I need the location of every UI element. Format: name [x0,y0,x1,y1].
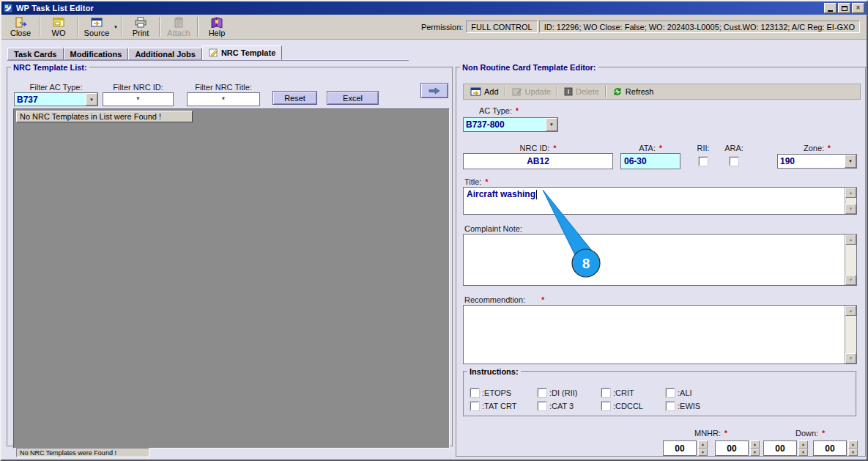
update-button[interactable]: Update [508,85,555,98]
rii-checkbox[interactable] [699,157,708,166]
instructions-title: Instructions: [467,367,521,376]
spin-down-button[interactable]: ▼ [798,449,808,457]
ali-checkbox[interactable] [666,388,675,397]
etops-checkbox[interactable] [470,388,479,397]
filter-ac-type-label: Filter AC Type: [14,83,98,92]
filter-ac-type-combobox[interactable]: B737 ▼ [14,92,98,106]
wo-button[interactable]: WO [43,15,74,38]
filter-nrc-title-input[interactable] [187,92,260,106]
scroll-down-icon: ▼ [849,278,853,282]
mnhr-minutes-spinner[interactable]: 00 ▲▼ [715,440,760,456]
help-button-label: Help [209,29,226,37]
down-label-row: Down:* [763,429,857,438]
di-rii-checkbox[interactable] [538,388,546,397]
minimize-button[interactable] [824,3,837,13]
nrc-template-list[interactable]: No NRC Templates in List were Found ! [13,108,450,449]
print-button[interactable]: Print [125,15,156,38]
source-button[interactable]: Source [81,15,112,38]
checkbox-item-cdccl[interactable]: :CDCCL [601,402,666,410]
checkbox-label: :CRIT [613,388,634,397]
spin-down-button[interactable]: ▼ [698,449,708,457]
help-button[interactable]: Help [201,15,232,38]
filter-ac-type-dropdown-button[interactable]: ▼ [86,93,97,106]
checkbox-item-etops[interactable]: :ETOPS [470,388,538,397]
checkbox-item-cat-3[interactable]: :CAT 3 [538,402,601,410]
down-hours-value[interactable]: 00 [763,440,797,456]
mnhr-hours-spinner[interactable]: 00 ▲▼ [663,440,708,456]
mnhr-minutes-value[interactable]: 00 [715,440,749,456]
checkbox-item-di-rii[interactable]: :DI (RII) [538,388,601,397]
source-window-icon [90,17,103,28]
checkbox-item-tat-crt[interactable]: :TAT CRT [470,402,538,410]
checkbox-label: :EWIS [678,402,700,410]
close-button[interactable]: Close [5,15,36,38]
tab-task-cards[interactable]: Task Cards [7,48,64,60]
scroll-up-button[interactable]: ▲ [845,188,856,198]
tab-modifications[interactable]: Modifications [64,48,129,60]
checkbox-item-ewis[interactable]: :EWIS [666,402,700,410]
scroll-down-button[interactable]: ▼ [845,204,856,214]
tat-crt-checkbox[interactable] [470,402,479,410]
restore-button[interactable] [838,3,850,13]
spin-down-icon: ▼ [753,450,757,454]
crit-checkbox[interactable] [601,388,610,397]
ac-type-combobox[interactable]: B737-800 ▼ [463,117,558,132]
cdccl-checkbox[interactable] [601,402,610,410]
spin-down-button[interactable]: ▼ [848,449,858,457]
ara-checkbox[interactable] [730,157,738,166]
attach-button[interactable]: Attach [163,15,194,38]
required-marker: * [516,107,519,115]
checkbox-label: :ETOPS [482,388,511,397]
delete-button[interactable]: Delete [560,85,604,98]
source-dropdown-caret[interactable]: ▼ [114,25,118,29]
app-icon [3,3,13,13]
reset-button[interactable]: Reset [272,91,317,105]
down-hours-spinner[interactable]: 00 ▲▼ [763,440,808,456]
ewis-checkbox[interactable] [666,402,675,410]
title-label: Title: [464,177,481,186]
complaint-scrollbar[interactable]: ▲ ▼ [845,235,856,285]
zone-combobox[interactable]: 190 ▼ [777,154,857,169]
checkbox-item-ali[interactable]: :ALI [666,388,700,397]
mnhr-hours-value[interactable]: 00 [663,440,697,456]
update-icon [512,87,522,96]
refresh-button[interactable]: Refresh [608,85,659,98]
required-marker: * [485,178,488,186]
transfer-right-button[interactable] [420,83,448,98]
refresh-icon [612,87,623,96]
spin-up-button[interactable]: ▲ [750,440,760,449]
title-scrollbar[interactable]: ▲ ▼ [845,188,856,214]
scroll-down-button[interactable]: ▼ [845,275,856,285]
title-textarea[interactable]: Aircraft washing ▲ ▼ [463,187,857,215]
title-label-row: Title:* [464,177,488,186]
filter-nrc-id-input[interactable] [103,92,174,106]
cat-3-checkbox[interactable] [538,402,546,410]
ata-input[interactable]: 06-30 [620,153,680,169]
filter-nrc-id-label: Filter NRC ID: [103,83,174,92]
delete-button-label: Delete [576,87,599,96]
spin-up-button[interactable]: ▲ [698,440,708,449]
down-minutes-value[interactable]: 00 [813,440,847,456]
tab-additional-jobs[interactable]: Additional Jobs [128,48,202,60]
close-window-button[interactable]: × [852,3,864,13]
excel-button[interactable]: Excel [327,91,379,105]
add-button[interactable]: Add [466,85,503,98]
checkbox-item-crit[interactable]: :CRIT [601,388,666,397]
recommendation-textarea[interactable]: ▲ ▼ [463,305,857,364]
down-minutes-spinner[interactable]: 00 ▲▼ [813,440,858,456]
nrc-id-input[interactable]: AB12 [463,153,613,169]
ac-type-dropdown-button[interactable]: ▼ [546,118,557,131]
complaint-note-textarea[interactable]: ▲ ▼ [463,234,857,286]
checkbox-label: :CDCCL [613,402,643,410]
tab-nrc-template[interactable]: NRC Template [202,45,282,60]
spin-down-button[interactable]: ▼ [750,449,760,457]
down-label: Down: [795,429,818,438]
scroll-up-button[interactable]: ▲ [845,235,856,245]
recommendation-scrollbar[interactable]: ▲ ▼ [845,306,856,364]
required-marker: * [659,144,662,152]
scroll-up-button[interactable]: ▲ [845,306,856,316]
scroll-down-button[interactable]: ▼ [845,353,856,364]
spin-up-button[interactable]: ▲ [848,440,858,449]
zone-dropdown-button[interactable]: ▼ [845,155,856,168]
spin-up-button[interactable]: ▲ [798,440,808,449]
